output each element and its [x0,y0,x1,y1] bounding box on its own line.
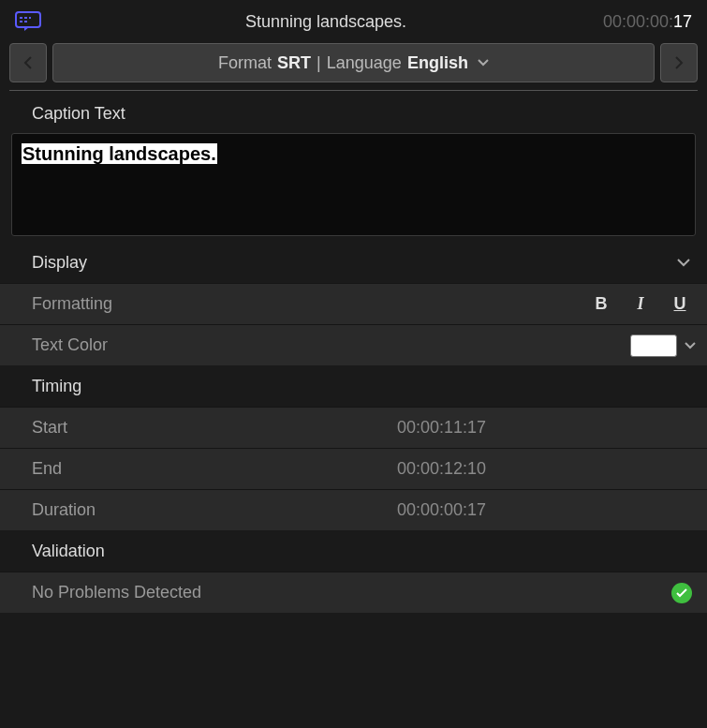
formatting-label: Formatting [32,294,397,314]
display-label: Display [32,253,87,273]
prev-caption-button[interactable] [9,43,47,82]
next-caption-button[interactable] [660,43,698,82]
start-value[interactable]: 00:00:11:17 [397,418,696,438]
duration-label: Duration [32,500,397,520]
language-prefix: Language [327,53,402,73]
timecode-dim: 00:00:00: [603,12,673,31]
chevron-down-icon [478,59,489,67]
start-row: Start 00:00:11:17 [0,407,707,448]
format-separator: | [317,53,321,73]
duration-row: Duration 00:00:00:17 [0,489,707,530]
end-label: End [32,459,397,479]
end-value[interactable]: 00:00:12:10 [397,459,696,479]
validation-status-row: No Problems Detected [0,572,707,613]
checkmark-icon [671,583,692,603]
header-title: Stunning landscapes. [49,12,603,32]
format-prefix: Format [218,53,272,73]
header: Stunning landscapes. 00:00:00:17 [0,0,707,43]
validation-section-header: Validation [0,530,707,572]
duration-value[interactable]: 00:00:00:17 [397,500,696,520]
format-value: SRT [277,53,311,73]
formatting-buttons: B I U [593,294,696,314]
caption-inspector-panel: Stunning landscapes. 00:00:00:17 Format … [0,0,707,613]
text-color-row: Text Color [0,324,707,365]
timecode-frames: 17 [673,12,692,31]
track-navbar: Format SRT | Language English [0,43,707,82]
italic-button[interactable]: I [632,294,649,314]
end-row: End 00:00:12:10 [0,448,707,489]
timing-section-header: Timing [0,365,707,407]
formatting-row: Formatting B I U [0,283,707,324]
svg-rect-0 [16,12,40,27]
start-label: Start [32,418,397,438]
caption-text-input[interactable]: Stunning landscapes. [11,133,696,236]
language-value: English [407,53,468,73]
caption-text-label: Caption Text [9,91,698,133]
chevron-down-icon [677,259,690,267]
caption-text-value: Stunning landscapes. [22,143,217,164]
header-timecode: 00:00:00:17 [603,12,692,32]
caption-text-section: Caption Text Stunning landscapes. [0,91,707,236]
validation-status-text: No Problems Detected [32,583,671,602]
format-language-selector[interactable]: Format SRT | Language English [52,43,655,82]
chevron-down-icon[interactable] [685,342,696,349]
validation-label: Validation [32,542,105,561]
bold-button[interactable]: B [593,294,610,314]
underline-button[interactable]: U [671,294,688,314]
timing-label: Timing [32,377,81,396]
display-section-header[interactable]: Display [0,242,707,283]
text-color-label: Text Color [32,335,397,355]
text-color-swatch[interactable] [630,334,677,357]
caption-mode-icon[interactable] [15,11,49,32]
text-color-control [630,334,696,357]
